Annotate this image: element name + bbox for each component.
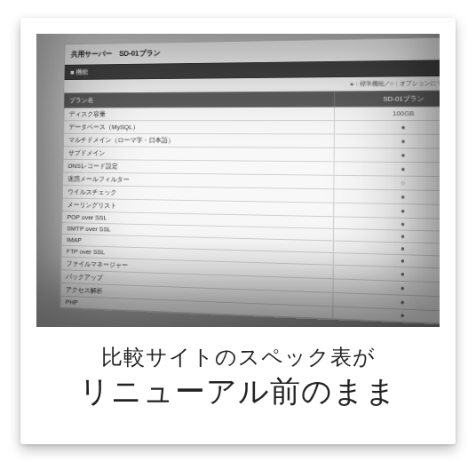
row-label: ディスク容量 [64,107,335,121]
row-value: ● [334,147,440,163]
polaroid-card: 共用サーバー SD-01プラン ■ 機能 ●：標準機能／○：オプションにて利用可… [20,18,456,444]
col-header-value: SD-01プラン [335,91,440,107]
row-value: ● [334,134,440,148]
caption-line-2: リニューアル前のまま [36,371,440,412]
caption: 比較サイトのスペック表が リニューアル前のまま [36,343,440,412]
screenshot-content: 共用サーバー SD-01プラン ■ 機能 ●：標準機能／○：オプションにて利用可… [60,36,440,326]
row-label: マルチドメイン（ローマ字・日本語） [64,133,335,147]
screenshot-frame: 共用サーバー SD-01プラン ■ 機能 ●：標準機能／○：オプションにて利用可… [36,34,440,327]
row-value: 100GB [334,107,440,121]
col-header-name: プラン名 [64,92,334,108]
table-row: データベース（MySQL）● [64,121,440,135]
row-value: ● [334,121,440,135]
spec-sheet: 共用サーバー SD-01プラン ■ 機能 ●：標準機能／○：オプションにて利用可… [60,36,440,326]
table-row: ディスク容量100GB [64,107,440,121]
row-value: ● [334,162,440,177]
row-label: データベース（MySQL） [64,121,335,134]
spec-table: プラン名 SD-01プラン ディスク容量100GBデータベース（MySQL）●マ… [60,90,440,324]
caption-line-1: 比較サイトのスペック表が [36,343,440,371]
row-value: ● [333,307,440,324]
